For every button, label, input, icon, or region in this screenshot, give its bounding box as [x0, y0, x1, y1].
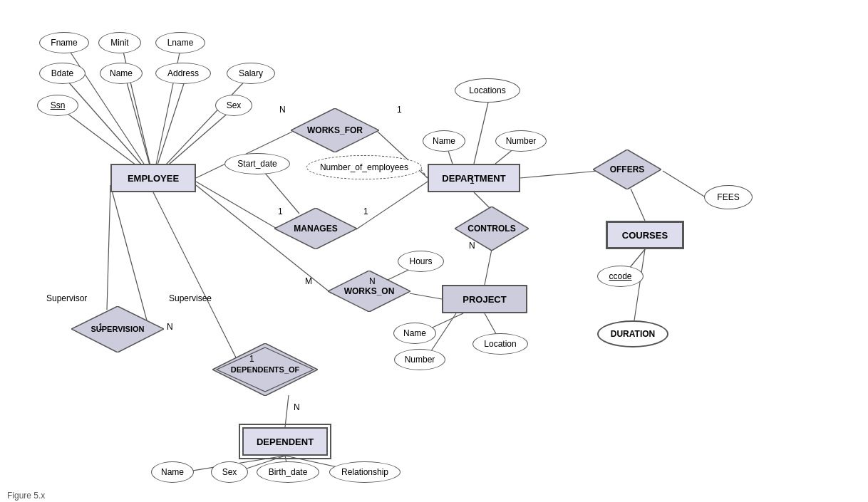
label-one1: 1	[397, 105, 402, 115]
attr-ccode: ccode	[597, 266, 644, 287]
attr-lname: Lname	[155, 32, 205, 53]
svg-line-35	[631, 189, 645, 221]
attr-sex-emp: Sex	[215, 95, 252, 116]
svg-line-36	[663, 171, 706, 197]
attr-ssn: Ssn	[37, 95, 78, 116]
label-one3: 1	[363, 206, 368, 216]
attr-dep-name: Name	[151, 461, 194, 483]
relation-manages: MANAGES	[274, 208, 357, 249]
svg-text:MANAGES: MANAGES	[294, 224, 337, 234]
svg-line-27	[285, 395, 289, 427]
attr-proj-name: Name	[393, 323, 436, 344]
svg-line-5	[153, 75, 187, 178]
svg-line-11	[196, 182, 278, 229]
svg-text:OFFERS: OFFERS	[610, 164, 645, 174]
attr-duration: DURATION	[597, 320, 668, 347]
er-diagram: EMPLOYEE DEPARTMENT PROJECT DEPENDENT CO…	[0, 0, 868, 502]
svg-line-22	[485, 249, 492, 285]
relation-supervision: SUPERVISION	[71, 306, 164, 352]
label-n2: N	[369, 276, 376, 286]
attr-num-employees: Number_of_employees	[306, 155, 422, 179]
svg-line-38	[634, 249, 645, 320]
svg-line-15	[474, 103, 488, 164]
svg-text:CONTROLS: CONTROLS	[467, 224, 515, 234]
attr-name-emp: Name	[100, 63, 143, 84]
svg-line-33	[107, 185, 110, 310]
attr-bdate: Bdate	[39, 63, 86, 84]
attr-locations: Locations	[455, 78, 520, 103]
label-supervisee: Supervisee	[169, 293, 212, 303]
svg-line-0	[64, 43, 153, 178]
attr-salary: Salary	[227, 63, 275, 84]
svg-line-19	[410, 293, 442, 299]
entity-employee: EMPLOYEE	[110, 164, 196, 192]
relation-offers: OFFERS	[593, 150, 661, 189]
svg-line-4	[125, 75, 153, 178]
entity-project: PROJECT	[442, 285, 527, 313]
attr-relationship: Relationship	[329, 461, 401, 483]
attr-dept-number: Number	[495, 130, 547, 152]
attr-birth-date: Birth_date	[257, 461, 319, 483]
relation-works-for: WORKS_FOR	[291, 108, 379, 152]
attr-dep-sex: Sex	[211, 461, 248, 483]
attr-fname: Fname	[39, 32, 89, 53]
entity-courses: COURSES	[606, 221, 684, 249]
label-m1: M	[305, 276, 312, 286]
svg-line-3	[62, 75, 153, 178]
attr-location: Location	[472, 333, 528, 355]
label-one4: 1	[249, 354, 254, 364]
svg-text:WORKS_FOR: WORKS_FOR	[307, 125, 363, 135]
label-one2: 1	[278, 206, 283, 216]
attr-start-date: Start_date	[224, 153, 290, 174]
svg-line-12	[356, 182, 428, 229]
svg-line-14	[420, 169, 428, 178]
label-n5: N	[469, 241, 475, 251]
attr-dept-name: Name	[423, 130, 465, 152]
svg-line-34	[520, 171, 599, 178]
figure-caption: Figure 5.x	[7, 491, 45, 501]
label-n1: N	[279, 105, 286, 115]
attr-address: Address	[155, 63, 211, 84]
attr-minit: Minit	[98, 32, 141, 53]
svg-text:DEPENDENTS_OF: DEPENDENTS_OF	[231, 365, 300, 374]
attr-fees: FEES	[704, 185, 753, 209]
relation-dependents-of: DEPENDENTS_OF	[212, 343, 318, 396]
label-one5: 1	[98, 322, 103, 332]
attr-hours: Hours	[398, 251, 444, 272]
label-supervisor: Supervisor	[46, 293, 87, 303]
label-one6: 1	[470, 176, 475, 186]
label-n3: N	[294, 402, 300, 412]
relation-controls: CONTROLS	[455, 206, 529, 251]
attr-proj-number: Number	[394, 349, 445, 370]
entity-dependent: DEPENDENT	[242, 427, 328, 456]
svg-text:WORKS_ON: WORKS_ON	[344, 286, 395, 296]
label-n4: N	[167, 322, 173, 332]
